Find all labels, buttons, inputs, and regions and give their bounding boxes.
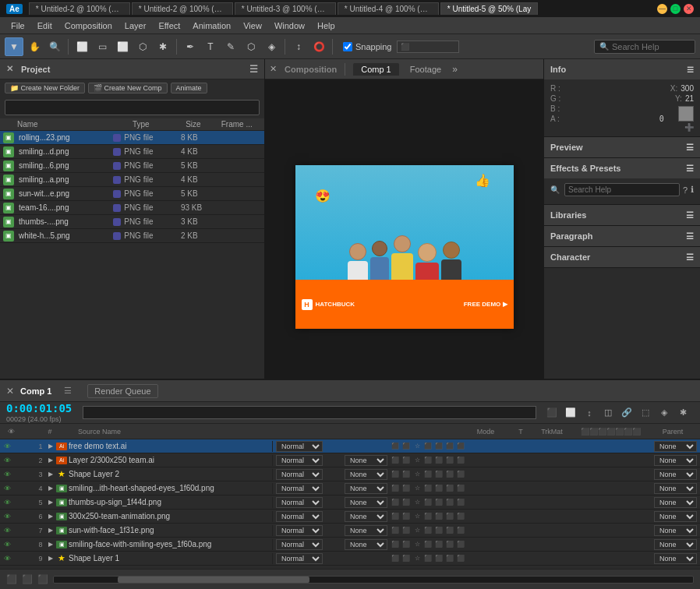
layer-expand-button[interactable]: ▶: [47, 499, 55, 506]
layer-parent-select[interactable]: None: [654, 539, 697, 550]
layer-switch-0[interactable]: ⬛: [391, 442, 400, 451]
selection-tool[interactable]: ▼: [5, 37, 23, 56]
layer-switch-2[interactable]: ☆: [412, 512, 422, 521]
layer-lock-button[interactable]: [12, 497, 23, 508]
menu-item-animation[interactable]: Animation: [186, 19, 237, 32]
layer-trkmat-select[interactable]: None: [345, 511, 387, 522]
layer-switch-5[interactable]: ⬛: [445, 512, 454, 521]
layer-mode-select[interactable]: Normal: [276, 497, 323, 508]
layer-switch-0[interactable]: ⬛: [391, 540, 400, 549]
effects-help-icon[interactable]: ?: [683, 185, 688, 195]
layer-switch-4[interactable]: ⬛: [434, 456, 444, 465]
layer-switch-6[interactable]: ⬛: [456, 526, 465, 535]
tl-btn-4[interactable]: ◫: [600, 405, 616, 421]
comp-close-button[interactable]: ✕: [270, 64, 277, 74]
render-queue-button[interactable]: Render Queue: [87, 384, 157, 398]
layer-trkmat-select[interactable]: None: [345, 525, 387, 536]
layer-switch-5[interactable]: ⬛: [445, 442, 454, 451]
layer-row[interactable]: 👁4▶▣smiling...ith-heart-shaped-eyes_1f60…: [0, 481, 700, 496]
tl-btn-2[interactable]: ⬜: [563, 405, 578, 421]
layer-row[interactable]: 👁8▶▣smiling-face-with-smiling-eyes_1f60a…: [0, 538, 700, 552]
layer-switch-3[interactable]: ⬛: [423, 540, 433, 549]
comp-more-button[interactable]: »: [452, 64, 458, 75]
file-row[interactable]: ▣sun-wit...e.pngPNG file5 KB: [0, 187, 264, 201]
layer-switch-6[interactable]: ⬛: [456, 470, 465, 479]
layer-mode-select[interactable]: Normal: [276, 483, 323, 494]
layer-switch-3[interactable]: ⬛: [423, 442, 433, 451]
layer-switch-2[interactable]: ☆: [412, 442, 422, 451]
layer-switch-1[interactable]: ⬛: [401, 540, 411, 549]
menu-item-composition[interactable]: Composition: [58, 19, 118, 32]
layer-solo-button[interactable]: [23, 539, 34, 550]
file-row[interactable]: ▣smiling...a.pngPNG file4 KB: [0, 173, 264, 187]
layer-switch-2[interactable]: ☆: [412, 526, 422, 535]
file-row[interactable]: ▣team-16....pngPNG file93 KB: [0, 201, 264, 215]
layer-eye-button[interactable]: 👁: [2, 497, 12, 508]
layer-mode-select[interactable]: Normal: [276, 525, 323, 536]
layer-trkmat-select[interactable]: None: [345, 469, 387, 480]
layer-lock-button[interactable]: [12, 525, 23, 536]
paragraph-menu[interactable]: ☰: [686, 231, 694, 242]
pen-tool[interactable]: ✒: [181, 37, 200, 56]
file-row[interactable]: ▣smiling...6.pngPNG file5 KB: [0, 159, 264, 173]
timeline-scrollbar[interactable]: [53, 576, 694, 584]
layer-switch-1[interactable]: ⬛: [401, 470, 411, 479]
layer-eye-button[interactable]: 👁: [2, 455, 12, 466]
layer-lock-button[interactable]: [12, 511, 23, 522]
layer-eye-button[interactable]: 👁: [2, 553, 12, 564]
layer-switch-1[interactable]: ⬛: [401, 442, 411, 451]
layer-switch-6[interactable]: ⬛: [456, 498, 465, 507]
poly-tool[interactable]: ⬡: [133, 37, 152, 56]
footage-label[interactable]: Footage: [404, 63, 447, 76]
layer-eye-button[interactable]: 👁: [2, 525, 12, 536]
menu-item-layer[interactable]: Layer: [118, 19, 153, 32]
character-header[interactable]: Character ☰: [544, 247, 700, 267]
layer-switch-1[interactable]: ⬛: [401, 484, 411, 493]
layer-solo-button[interactable]: [23, 455, 34, 466]
layer-switch-1[interactable]: ⬛: [401, 456, 411, 465]
layer-switch-4[interactable]: ⬛: [434, 498, 444, 507]
effects-presets-menu[interactable]: ☰: [686, 164, 694, 174]
layer-expand-button[interactable]: ▶: [47, 527, 55, 534]
layer-row[interactable]: 👁7▶▣sun-with-face_1f31e.pngNormalNone⬛⬛☆…: [0, 524, 700, 538]
layer-switch-5[interactable]: ⬛: [445, 498, 454, 507]
layer-eye-button[interactable]: 👁: [2, 469, 12, 480]
type-tool[interactable]: T: [201, 37, 220, 56]
puppet-tool[interactable]: ⭕: [309, 37, 328, 56]
maximize-button[interactable]: □: [670, 4, 681, 14]
tl-btn-5[interactable]: 🔗: [619, 405, 635, 421]
layer-expand-button[interactable]: ▶: [47, 513, 55, 520]
layer-switch-0[interactable]: ⬛: [391, 554, 400, 563]
layer-switch-4[interactable]: ⬛: [434, 470, 444, 479]
tl-btn-3[interactable]: ↕: [582, 405, 597, 421]
layer-switch-4[interactable]: ⬛: [434, 442, 444, 451]
layer-parent-select[interactable]: None: [654, 525, 697, 536]
add-color-button[interactable]: ➕: [684, 123, 694, 132]
layer-switch-4[interactable]: ⬛: [434, 484, 444, 493]
libraries-menu[interactable]: ☰: [686, 210, 694, 220]
tl-bottom-btn-3[interactable]: ⬛: [37, 574, 48, 584]
composition-viewer[interactable]: 👍 😍 H HATCHBUCK FREE DEMO ▶: [265, 79, 543, 414]
layer-switch-0[interactable]: ⬛: [391, 512, 400, 521]
layer-switch-1[interactable]: ⬛: [401, 554, 411, 563]
layer-parent-select[interactable]: None: [654, 441, 697, 452]
layer-row[interactable]: 👁1▶Aifree demo text.aiNormal⬛⬛☆⬛⬛⬛⬛None: [0, 439, 700, 453]
effects-info-icon[interactable]: ℹ: [691, 185, 694, 195]
star-tool[interactable]: ✱: [154, 37, 172, 56]
layer-row[interactable]: 👁2▶AiLayer 2/300x250 team.aiNormalNone⬛⬛…: [0, 453, 700, 467]
layer-solo-button[interactable]: [23, 553, 34, 564]
layer-switch-4[interactable]: ⬛: [434, 512, 444, 521]
layer-expand-button[interactable]: ▶: [47, 555, 55, 562]
layer-mode-select[interactable]: Normal: [276, 539, 323, 550]
paragraph-header[interactable]: Paragraph ☰: [544, 226, 700, 246]
menu-item-file[interactable]: File: [5, 19, 31, 32]
layer-switch-6[interactable]: ⬛: [456, 512, 465, 521]
layer-switch-6[interactable]: ⬛: [456, 554, 465, 563]
layer-switch-0[interactable]: ⬛: [391, 470, 400, 479]
layer-eye-button[interactable]: 👁: [2, 441, 12, 452]
file-row[interactable]: ▣smiling...d.pngPNG file4 KB: [0, 145, 264, 159]
layer-trkmat-select[interactable]: None: [345, 483, 387, 494]
libraries-header[interactable]: Libraries ☰: [544, 205, 700, 225]
layer-solo-button[interactable]: [23, 483, 34, 494]
layer-solo-button[interactable]: [23, 525, 34, 536]
